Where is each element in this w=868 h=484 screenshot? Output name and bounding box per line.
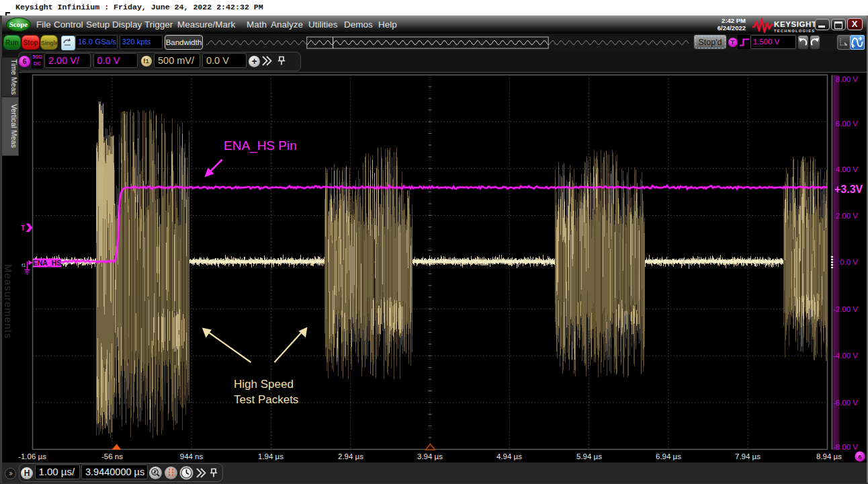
svg-text:-2.00 V: -2.00 V [833, 305, 858, 313]
svg-text:-6.00 V: -6.00 V [833, 399, 858, 407]
svg-text:-56 ns: -56 ns [101, 452, 123, 460]
svg-text:944 ns: 944 ns [180, 452, 204, 460]
svg-text:6.94 µs: 6.94 µs [656, 452, 681, 460]
svg-text:f1: f1 [21, 262, 26, 268]
svg-text:T: T [21, 225, 25, 232]
svg-text:8.94 µs: 8.94 µs [816, 452, 842, 460]
svg-text:5.94 µs: 5.94 µs [576, 452, 602, 460]
svg-text:-1.06 µs: -1.06 µs [18, 452, 46, 460]
svg-text:8.00 V: 8.00 V [836, 75, 859, 83]
svg-text:ENA_HS: ENA_HS [33, 259, 62, 267]
svg-text:7.94 µs: 7.94 µs [735, 452, 761, 460]
svg-text:3.94 µs: 3.94 µs [417, 452, 443, 460]
svg-text:Test Packets: Test Packets [234, 393, 298, 406]
svg-text:1.94 µs: 1.94 µs [258, 452, 284, 460]
svg-text:6: 6 [858, 453, 861, 460]
svg-text:4.00 V: 4.00 V [836, 165, 859, 173]
svg-text:0.0 V: 0.0 V [840, 258, 858, 266]
svg-text:High Speed: High Speed [234, 378, 294, 391]
svg-text:2.00 V: 2.00 V [836, 212, 859, 220]
svg-text:4.94 µs: 4.94 µs [496, 452, 522, 460]
svg-text:2.94 µs: 2.94 µs [338, 452, 363, 460]
svg-text:6.00 V: 6.00 V [836, 120, 859, 128]
svg-text:+3.3V: +3.3V [834, 184, 863, 195]
svg-text:-4.00 V: -4.00 V [833, 352, 858, 360]
svg-text:-8.00 V: -8.00 V [833, 443, 858, 451]
svg-text:ENA_HS Pin: ENA_HS Pin [224, 138, 297, 153]
